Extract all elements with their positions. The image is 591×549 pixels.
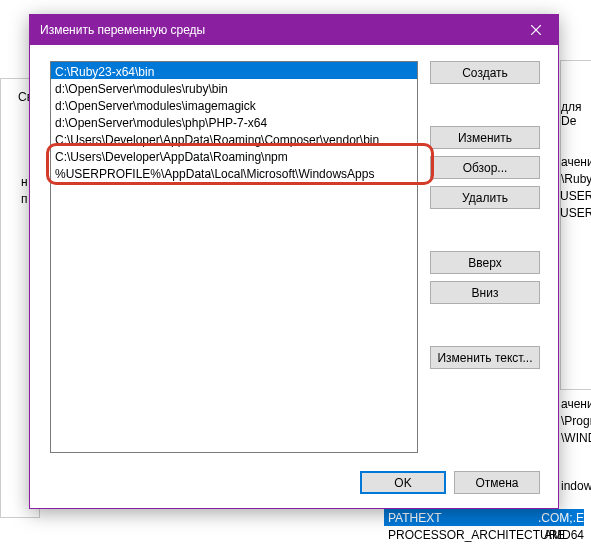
bg-h: н bbox=[21, 175, 28, 189]
path-item[interactable]: C:\Users\Developer\AppData\Roaming\Compo… bbox=[51, 130, 417, 147]
path-item[interactable]: C:\Users\Developer\AppData\Roaming\npm bbox=[51, 147, 417, 164]
delete-button[interactable]: Удалить bbox=[430, 186, 540, 209]
path-listbox[interactable]: C:\Ruby23-x64\bind:\OpenServer\modules\r… bbox=[50, 61, 418, 453]
browse-button[interactable]: Обзор... bbox=[430, 156, 540, 179]
bg-row-arch[interactable]: PROCESSOR_ARCHITECTURE AMD64 bbox=[384, 526, 584, 543]
bg-indow: indow bbox=[561, 479, 591, 493]
path-item[interactable]: d:\OpenServer\modules\ruby\bin bbox=[51, 79, 417, 96]
close-icon bbox=[531, 25, 541, 35]
move-down-button[interactable]: Вниз bbox=[430, 281, 540, 304]
path-item[interactable]: d:\OpenServer\modules\php\PHP-7-x64 bbox=[51, 113, 417, 130]
edit-text-button[interactable]: Изменить текст... bbox=[430, 346, 540, 369]
bg-userp1: USERP bbox=[560, 189, 591, 203]
bg-ruby2: \Ruby2 bbox=[561, 172, 591, 186]
bg-wind: \WIND bbox=[561, 431, 591, 445]
edit-button[interactable]: Изменить bbox=[430, 126, 540, 149]
bg-cell: PROCESSOR_ARCHITECTURE bbox=[384, 528, 544, 542]
titlebar: Изменить переменную среды bbox=[30, 15, 558, 45]
dialog-title: Изменить переменную среды bbox=[40, 23, 513, 37]
bg-achen: ачени bbox=[561, 155, 591, 169]
dialog-footer: OK Отмена bbox=[30, 465, 558, 508]
bg-sysvars-table: PATHEXT .COM;.E PROCESSOR_ARCHITECTURE A… bbox=[384, 509, 584, 543]
bg-userp2: USERP bbox=[560, 206, 591, 220]
path-item[interactable]: %USERPROFILE%\AppData\Local\Microsoft\Wi… bbox=[51, 164, 417, 181]
ok-button[interactable]: OK bbox=[360, 471, 446, 494]
bg-cell: PATHEXT bbox=[384, 511, 538, 525]
bg-p: п bbox=[21, 192, 28, 206]
edit-env-var-dialog: Изменить переменную среды C:\Ruby23-x64\… bbox=[29, 14, 559, 509]
path-item[interactable]: C:\Ruby23-x64\bin bbox=[51, 62, 417, 79]
bg-progr1: \Progr bbox=[561, 414, 591, 428]
bg-cell: AMD64 bbox=[544, 528, 584, 542]
bg-for-de: для De bbox=[561, 100, 591, 128]
close-button[interactable] bbox=[513, 15, 558, 45]
new-button[interactable]: Создать bbox=[430, 61, 540, 84]
button-column: Создать Изменить Обзор... Удалить Вверх … bbox=[430, 61, 540, 453]
bg-achen2: ачени bbox=[561, 397, 591, 411]
cancel-button[interactable]: Отмена bbox=[454, 471, 540, 494]
move-up-button[interactable]: Вверх bbox=[430, 251, 540, 274]
bg-cell: .COM;.E bbox=[538, 511, 584, 525]
bg-row-pathext[interactable]: PATHEXT .COM;.E bbox=[384, 509, 584, 526]
path-item[interactable]: d:\OpenServer\modules\imagemagick bbox=[51, 96, 417, 113]
